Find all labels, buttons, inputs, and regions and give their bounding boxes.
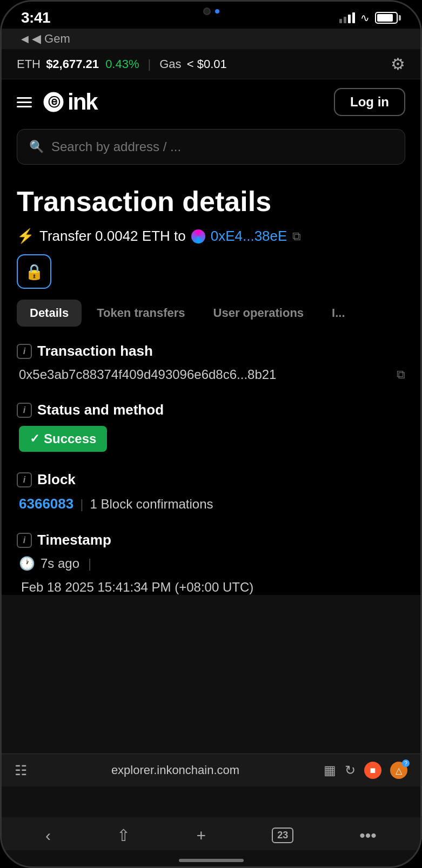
copy-address-icon[interactable]: ⧉ xyxy=(292,229,301,243)
success-label: Success xyxy=(44,431,96,446)
main-content: Transaction details ⚡ Transfer 0.0042 ET… xyxy=(2,175,420,595)
search-container: 🔍 xyxy=(2,125,420,175)
reload-icon[interactable]: ↻ xyxy=(345,763,356,778)
tx-address-avatar xyxy=(191,229,205,243)
back-nav-icon: ‹ xyxy=(45,826,51,845)
logo: ⓔ ink xyxy=(43,89,97,115)
block-row: i Block 6366083 | 1 Block confirmations xyxy=(17,471,405,512)
search-icon: 🔍 xyxy=(29,140,44,154)
eth-label: ETH $2,677.21 0.43% xyxy=(17,57,139,71)
details-section: i Transaction hash 0x5e3ab7c88374f409d49… xyxy=(17,343,405,595)
browser-url[interactable]: explorer.inkonchain.com xyxy=(36,763,315,777)
add-tab-icon: + xyxy=(196,826,206,845)
logo-text: ink xyxy=(68,89,97,115)
lock-bookmark-icon-box[interactable]: 🔒 xyxy=(17,254,51,289)
tabs-container: Details Token transfers User operations … xyxy=(17,300,405,327)
block-label: Block xyxy=(37,471,76,488)
eth-currency: ETH xyxy=(17,57,41,71)
tab-token-transfers[interactable]: Token transfers xyxy=(84,300,198,327)
block-confirmations: 1 Block confirmations xyxy=(90,497,213,512)
status-right: ∿ xyxy=(339,11,401,24)
time-ago: 7s ago xyxy=(41,556,79,571)
back-label: ◀ Gem xyxy=(32,32,70,46)
status-info-icon: i xyxy=(17,403,32,418)
search-input[interactable] xyxy=(51,139,393,154)
status-label-row: i Status and method xyxy=(17,402,405,418)
clock-icon: 🕐 xyxy=(19,556,35,571)
home-indicator xyxy=(179,859,244,862)
ticker-divider: | xyxy=(148,57,151,71)
login-button[interactable]: Log in xyxy=(334,88,405,116)
status-label: Status and method xyxy=(37,402,164,418)
block-value-row: 6366083 | 1 Block confirmations xyxy=(17,496,405,512)
tab-more[interactable]: I... xyxy=(319,300,358,327)
tab-switcher-icon[interactable]: ▦ xyxy=(324,763,336,778)
block-label-row: i Block xyxy=(17,471,405,488)
wifi-icon: ∿ xyxy=(360,11,370,24)
tx-hash-info-icon: i xyxy=(17,344,32,359)
browser-tab-icon: ☷ xyxy=(15,762,27,779)
metamask-badge: ? xyxy=(402,760,410,767)
browser-bar: ☷ explorer.inkonchain.com ▦ ↻ ■ △ ? xyxy=(2,754,420,786)
browser-actions: ▦ ↻ ■ △ ? xyxy=(324,762,407,779)
tab-count-button[interactable]: 23 xyxy=(272,828,293,843)
status-method-row: i Status and method ✓ Success xyxy=(17,402,405,452)
phone-frame: 3:41 ∿ ◀ ◀ Gem ETH $2,677.21 0.43% xyxy=(0,0,422,868)
logo-icon: ⓔ xyxy=(43,91,64,113)
timestamp-value-row: 🕐 7s ago | Feb 18 2025 15:41:34 PM (+08:… xyxy=(17,556,405,595)
tx-hash-label-row: i Transaction hash xyxy=(17,343,405,360)
block-separator: | xyxy=(80,497,83,512)
tab-count-badge: 23 xyxy=(272,828,293,843)
more-menu-button[interactable]: ••• xyxy=(359,826,377,845)
notch-camera xyxy=(203,8,211,15)
timestamp-row: i Timestamp 🕐 7s ago | Feb 18 2025 15:41… xyxy=(17,532,405,595)
header-nav: ⓔ ink Log in xyxy=(2,79,420,125)
battery xyxy=(375,12,401,24)
signal-bars xyxy=(339,12,355,23)
tab-user-operations[interactable]: User operations xyxy=(200,300,317,327)
tx-transfer-text: Transfer 0.0042 ETH to xyxy=(39,228,186,245)
tx-subtitle: ⚡ Transfer 0.0042 ETH to 0xE4...38eE ⧉ xyxy=(17,228,405,245)
status-time: 3:41 xyxy=(21,9,50,26)
notch-sensor xyxy=(215,9,219,13)
block-info-icon: i xyxy=(17,472,32,487)
tx-hash-row: i Transaction hash 0x5e3ab7c88374f409d49… xyxy=(17,343,405,382)
tx-address-link[interactable]: 0xE4...38eE xyxy=(211,228,287,245)
status-badge: ✓ Success xyxy=(19,426,107,452)
back-nav-button[interactable]: ‹ xyxy=(45,826,51,845)
copy-hash-icon[interactable]: ⧉ xyxy=(397,368,405,382)
notch xyxy=(157,2,265,21)
ticker-left: ETH $2,677.21 0.43% | Gas < $0.01 xyxy=(17,57,227,71)
more-menu-icon: ••• xyxy=(359,826,377,845)
block-number-link[interactable]: 6366083 xyxy=(19,496,73,512)
tx-hash-label: Transaction hash xyxy=(37,343,153,360)
brave-shield-icon[interactable]: ■ xyxy=(364,762,381,779)
gas-value: < $0.01 xyxy=(187,57,227,71)
timestamp-info-icon: i xyxy=(17,533,32,548)
add-tab-button[interactable]: + xyxy=(196,826,206,845)
timestamp-label: Timestamp xyxy=(37,532,111,548)
tab-details[interactable]: Details xyxy=(17,300,82,327)
settings-icon[interactable]: ⚙ xyxy=(391,55,405,73)
page-title: Transaction details xyxy=(17,186,405,217)
metamask-icon[interactable]: △ ? xyxy=(390,762,407,779)
svg-text:ⓔ: ⓔ xyxy=(48,96,61,109)
gas-label: Gas < $0.01 xyxy=(159,57,227,71)
timestamp-time-ago-row: 🕐 7s ago | xyxy=(19,556,95,571)
menu-button[interactable] xyxy=(17,97,32,107)
timestamp-label-row: i Timestamp xyxy=(17,532,405,548)
status-value-row: ✓ Success xyxy=(17,426,405,452)
back-indicator[interactable]: ◀ ◀ Gem xyxy=(2,29,420,49)
header-left: ⓔ ink xyxy=(17,89,97,115)
share-icon: ⇧ xyxy=(117,826,130,845)
bottom-nav: ‹ ⇧ + 23 ••• xyxy=(2,817,420,850)
share-button[interactable]: ⇧ xyxy=(117,826,130,845)
back-arrow-icon: ◀ xyxy=(21,33,29,45)
tx-hash-value-row: 0x5e3ab7c88374f409d493096e6d8c6...8b21 ⧉ xyxy=(17,367,405,382)
eth-change-value: 0.43% xyxy=(105,57,139,71)
tx-hash-value: 0x5e3ab7c88374f409d493096e6d8c6...8b21 xyxy=(19,367,390,382)
search-bar[interactable]: 🔍 xyxy=(17,129,405,165)
lightning-icon: ⚡ xyxy=(17,228,34,245)
eth-price-value: $2,677.21 xyxy=(46,57,99,71)
ticker-bar: ETH $2,677.21 0.43% | Gas < $0.01 ⚙ xyxy=(2,49,420,79)
